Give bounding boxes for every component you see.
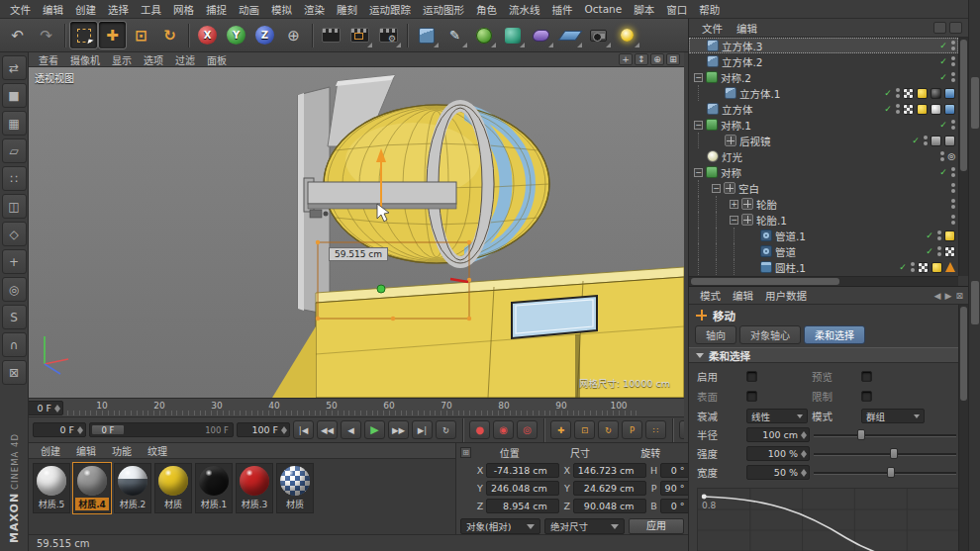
- record-parameter-toggle[interactable]: P: [622, 420, 642, 439]
- expand-toggle-icon[interactable]: [694, 73, 703, 82]
- warning-tag-icon[interactable]: [945, 262, 955, 272]
- radius-slider[interactable]: [814, 428, 960, 441]
- add-light-button[interactable]: [614, 22, 640, 48]
- spinner-arrows-icon[interactable]: [800, 429, 808, 440]
- tree-item[interactable]: 轮胎.1: [689, 212, 958, 228]
- current-frame-field[interactable]: 0 F: [33, 422, 86, 437]
- coordinate-system-toggle[interactable]: ⊕: [280, 22, 307, 48]
- material-item[interactable]: 材质: [154, 463, 192, 513]
- texture-tag-icon[interactable]: [944, 246, 955, 257]
- timeline-summary-icon[interactable]: ▦: [679, 420, 684, 439]
- live-selection-tool[interactable]: [70, 22, 97, 48]
- filter-icon[interactable]: [933, 22, 946, 34]
- previous-key-button[interactable]: ◀◀: [317, 420, 338, 439]
- dolly-icon[interactable]: ↕: [635, 53, 648, 65]
- play-button[interactable]: ▶: [364, 420, 385, 439]
- tree-item[interactable]: 空白: [689, 180, 958, 196]
- make-editable-icon[interactable]: [2, 55, 27, 80]
- menu-item[interactable]: 脚本: [628, 0, 660, 19]
- tree-item[interactable]: 管道.1: [689, 228, 958, 243]
- lock-icon[interactable]: ⊠: [955, 291, 963, 301]
- attribute-menu-item[interactable]: 模式: [694, 288, 727, 303]
- material-item[interactable]: 材质.5: [33, 463, 70, 513]
- spinner-arrows-icon[interactable]: [800, 448, 808, 459]
- scale-tool[interactable]: ⊡: [128, 22, 154, 48]
- dock-tab-handle[interactable]: [971, 281, 979, 324]
- menu-item[interactable]: 雕刻: [331, 0, 363, 19]
- tree-item[interactable]: 管道: [689, 243, 958, 259]
- object-name[interactable]: 轮胎: [756, 197, 777, 212]
- viewport-solo-icon[interactable]: [2, 277, 27, 302]
- strength-slider[interactable]: [814, 447, 960, 460]
- spinner-arrows-icon[interactable]: [800, 467, 808, 478]
- points-mode-icon[interactable]: [2, 166, 27, 191]
- axis-x-toggle[interactable]: X: [194, 22, 221, 48]
- go-to-end-button[interactable]: ▶|: [412, 420, 433, 439]
- visibility-dots[interactable]: [911, 262, 915, 272]
- menu-item[interactable]: 运动图形: [417, 0, 470, 19]
- tree-item[interactable]: 轮胎: [689, 196, 958, 212]
- visibility-dots[interactable]: [951, 215, 955, 225]
- material-menu-item[interactable]: 功能: [104, 443, 140, 458]
- material-item[interactable]: 材质.3: [236, 463, 273, 513]
- expand-toggle-icon[interactable]: [712, 184, 721, 193]
- viewport-canvas[interactable]: 透视视图 59.515 cm 网格尺寸: 10000 cm: [29, 67, 684, 398]
- tree-item[interactable]: 立方体.1: [689, 85, 958, 101]
- timeline-ruler[interactable]: 0102030405060708090100 0 F: [29, 398, 684, 417]
- viewport-menu-item[interactable]: 摄像机: [64, 52, 106, 67]
- material-item[interactable]: 材质: [276, 463, 314, 513]
- axis-z-toggle[interactable]: Z: [251, 22, 278, 48]
- field-value[interactable]: 8.954 cm: [486, 499, 559, 513]
- menu-item[interactable]: 选择: [102, 0, 135, 19]
- menu-item[interactable]: 创建: [69, 0, 102, 19]
- material-item[interactable]: 材质.1: [195, 463, 233, 513]
- phong-tag-icon[interactable]: [931, 136, 941, 146]
- visibility-dots[interactable]: [937, 230, 941, 240]
- render-region-button[interactable]: [346, 22, 373, 48]
- object-name[interactable]: 轮胎.1: [756, 213, 787, 228]
- add-camera-button[interactable]: [585, 22, 612, 48]
- visibility-dots[interactable]: [951, 199, 955, 209]
- view-label[interactable]: 透视视图: [35, 70, 74, 85]
- object-mode-dropdown[interactable]: 对象(相对): [460, 518, 540, 534]
- tree-item[interactable]: 对称: [689, 164, 958, 180]
- menu-item[interactable]: 工具: [135, 0, 167, 19]
- attribute-menu-item[interactable]: 用户数据: [759, 288, 813, 303]
- material-menu-item[interactable]: 创建: [33, 443, 68, 458]
- next-frame-button[interactable]: ▶▶: [388, 420, 409, 439]
- material-tag-icon[interactable]: [931, 104, 941, 115]
- object-name[interactable]: 后视镜: [739, 134, 771, 148]
- falloff-curve-graph[interactable]: 0.8: [697, 488, 960, 551]
- texture-tag-icon[interactable]: [903, 88, 914, 99]
- record-keyframe-button[interactable]: ●: [469, 420, 490, 439]
- spinner-arrows-icon[interactable]: [76, 424, 84, 435]
- field-value[interactable]: 246.048 cm: [486, 481, 559, 496]
- enable-axis-icon[interactable]: [2, 249, 27, 274]
- field-value[interactable]: 90.048 cm: [573, 499, 646, 513]
- material-item-selected[interactable]: 材质.4: [73, 463, 111, 513]
- object-name[interactable]: 灯光: [722, 149, 742, 164]
- enabled-check-icon[interactable]: [925, 246, 934, 256]
- tree-item[interactable]: 灯光: [689, 148, 958, 164]
- enabled-check-icon[interactable]: [938, 167, 948, 177]
- viewport-menu-item[interactable]: 查看: [33, 52, 64, 67]
- record-rotation-toggle[interactable]: ↻: [598, 420, 619, 439]
- size-mode-dropdown[interactable]: 绝对尺寸: [544, 518, 625, 534]
- strength-field[interactable]: 100 %: [746, 446, 810, 461]
- position-x-field[interactable]: X-74.318 cm: [476, 463, 559, 478]
- menu-item[interactable]: 角色: [470, 0, 503, 19]
- visibility-dots[interactable]: [896, 104, 900, 114]
- texture-mode-icon[interactable]: [2, 111, 27, 136]
- visibility-dots[interactable]: [951, 183, 955, 193]
- model-mode-icon[interactable]: [2, 83, 27, 108]
- object-name[interactable]: 管道: [775, 244, 796, 259]
- add-subdivision-button[interactable]: [470, 22, 497, 48]
- visibility-dots[interactable]: [951, 41, 955, 50]
- tree-item[interactable]: 立方体: [689, 101, 958, 117]
- menu-item[interactable]: 文件: [4, 0, 37, 19]
- menu-item[interactable]: 帮助: [693, 0, 726, 19]
- phong-tag-icon[interactable]: [944, 104, 955, 115]
- record-scale-toggle[interactable]: ⊡: [574, 420, 595, 439]
- surface-checkbox[interactable]: [746, 391, 757, 402]
- visibility-dots[interactable]: [951, 120, 955, 130]
